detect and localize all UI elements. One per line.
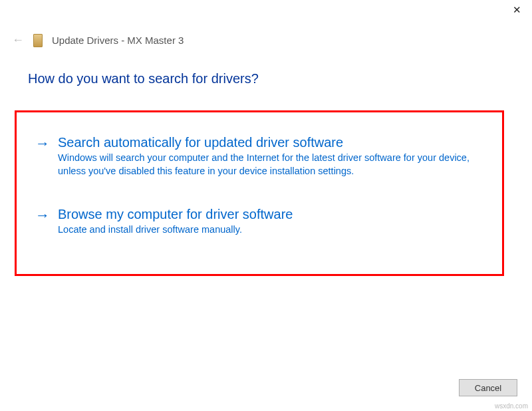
close-button[interactable]: ✕ xyxy=(501,0,532,20)
option-search-automatically[interactable]: → Search automatically for updated drive… xyxy=(35,135,483,178)
content-area: How do you want to search for drivers? →… xyxy=(0,53,532,276)
arrow-right-icon: → xyxy=(35,136,50,178)
wizard-header: ← Update Drivers - MX Master 3 xyxy=(0,24,532,53)
option-body: Browse my computer for driver software L… xyxy=(58,207,483,237)
option-description: Windows will search your computer and th… xyxy=(58,152,470,178)
option-browse-computer[interactable]: → Browse my computer for driver software… xyxy=(35,207,483,237)
back-arrow-icon[interactable]: ← xyxy=(12,33,24,47)
titlebar: ✕ xyxy=(0,0,532,24)
page-heading: How do you want to search for drivers? xyxy=(28,71,504,86)
cancel-button[interactable]: Cancel xyxy=(459,379,517,396)
option-body: Search automatically for updated driver … xyxy=(58,135,483,178)
option-title: Browse my computer for driver software xyxy=(58,207,483,222)
footer: Cancel xyxy=(459,379,517,396)
option-group: → Search automatically for updated drive… xyxy=(15,110,504,276)
option-title: Search automatically for updated driver … xyxy=(58,135,483,150)
close-icon: ✕ xyxy=(513,4,521,16)
wizard-title: Update Drivers - MX Master 3 xyxy=(52,35,184,46)
watermark: wsxdn.com xyxy=(495,402,528,410)
arrow-right-icon: → xyxy=(35,208,50,237)
option-description: Locate and install driver software manua… xyxy=(58,223,470,237)
device-icon xyxy=(33,34,43,47)
